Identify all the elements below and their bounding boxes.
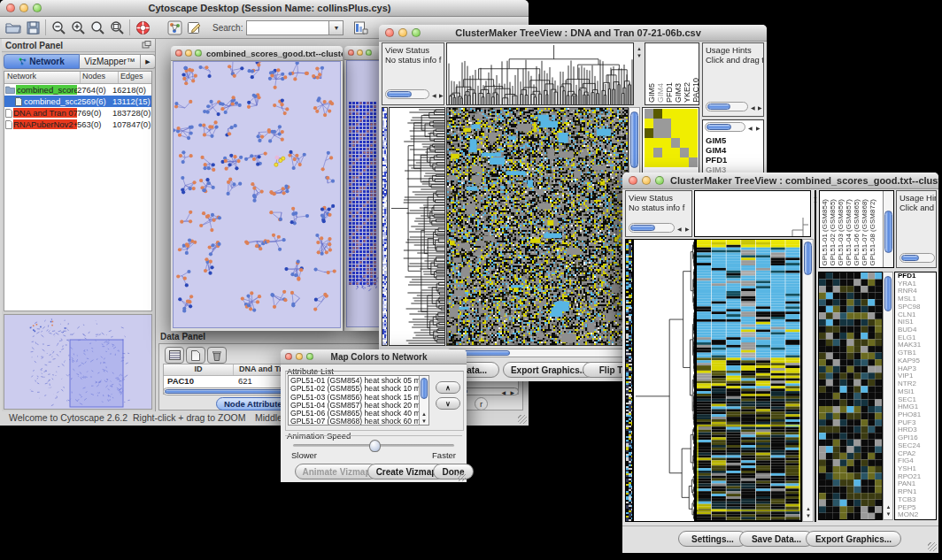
data-col-id[interactable]: ID [164,364,234,375]
col-label[interactable]: GIM4 [656,83,665,103]
col-label[interactable]: GPL51-07 (GSM868) [861,199,869,266]
animate-vizmap-button[interactable]: Animate Vizmap [295,464,378,479]
slider-thumb[interactable] [369,440,381,452]
scrollbar-thumb[interactable] [706,124,731,130]
network-row[interactable]: DNA and Tran 07 769(0) 183728(0) [4,107,151,119]
scroll-down-icon[interactable]: ▼ [421,418,427,424]
grid-network-canvas[interactable] [347,61,382,326]
network-canvas[interactable] [174,62,340,327]
col-label[interactable]: GPL51-01 (GSM854) [821,199,829,266]
col-header-edges[interactable]: Edges [119,72,151,83]
scroll-right-icon[interactable]: ▶ [510,390,514,395]
tv2-export-graphics-button[interactable]: Export Graphics... [806,531,901,547]
save-icon[interactable] [23,19,42,36]
zoom-window-icon[interactable] [306,353,313,360]
tv1-status-scrollbar[interactable] [385,89,429,99]
zoom-selected-icon[interactable] [107,19,127,36]
table-mode-icon[interactable] [165,347,184,364]
resize-grip[interactable] [457,472,466,481]
search-dropdown-arrow[interactable]: ▼ [329,20,344,35]
zoom-in-icon[interactable] [68,19,88,36]
search-input[interactable] [246,20,329,35]
scrollbar-thumb[interactable] [387,91,412,97]
scrollbar-thumb[interactable] [421,378,428,399]
resize-grip[interactable] [928,542,937,551]
scroll-down-icon[interactable]: ▼ [886,511,892,517]
tv2-settings-button[interactable]: Settings... [678,531,747,547]
new-attribute-icon[interactable] [186,347,205,364]
scroll-right-icon[interactable]: ▶ [756,126,761,131]
zoom-window-icon[interactable] [195,50,202,57]
scroll-up-icon[interactable]: ▲ [886,504,892,510]
tv2-usage-scrollbar[interactable] [900,253,935,263]
tv1-global-strip[interactable] [382,107,388,346]
network-tools-icon[interactable] [165,19,184,36]
scrollbar-thumb[interactable] [884,276,892,311]
col-label[interactable]: GPL51-04 (GSM857) [845,199,853,266]
tv1-column-dendrogram[interactable] [446,42,634,105]
network-overview[interactable] [4,314,152,410]
scroll-right-icon[interactable]: ▶ [439,93,444,98]
scroll-left-icon[interactable]: ◀ [432,93,436,98]
tab-network[interactable]: Network [4,54,80,69]
col-header-nodes[interactable]: Nodes [81,72,119,83]
attribute-browser-icon[interactable] [351,19,370,36]
overview-thumbnail[interactable] [4,315,151,409]
col-label[interactable]: GIM5 [647,83,656,103]
annotation-icon[interactable] [184,19,204,36]
network-row[interactable]: combined_scores 2764(0) 16218(0) [4,84,151,96]
scroll-down-icon[interactable]: ▼ [637,53,642,58]
zoom-window-icon[interactable] [412,28,421,37]
zoom-window-icon[interactable] [33,4,42,12]
open-folder-icon[interactable] [4,19,23,36]
tv2-global-strip[interactable] [625,239,633,522]
scrollbar-thumb[interactable] [630,225,655,231]
close-icon[interactable] [629,176,637,185]
attribute-list-vscrollbar[interactable]: ▲ ▼ [419,376,429,425]
tv2-zoom-heatmap[interactable] [818,272,883,520]
close-icon[interactable] [348,50,354,56]
scroll-up-icon[interactable]: ▲ [806,506,811,511]
close-icon[interactable] [6,4,15,12]
minimize-icon[interactable] [398,28,407,37]
tv1-usage-scrollbar[interactable] [706,102,748,111]
col-label[interactable]: YKE2 [683,82,691,103]
minimize-icon[interactable] [19,4,28,12]
gene-label[interactable]: GIM5 [706,135,732,145]
tv2-labels-vscrollbar[interactable] [883,191,893,267]
main-titlebar[interactable]: Cytoscape Desktop (Session Name: collins… [0,0,529,17]
tv2-column-tree-area[interactable] [694,190,811,237]
zoom-fit-icon[interactable] [88,19,107,36]
tv2-heatmap[interactable] [695,239,802,522]
scroll-right-icon[interactable]: ▶ [685,226,690,232]
tv1-heatmap[interactable] [446,107,629,346]
scrollbar-thumb[interactable] [901,255,919,261]
col-label[interactable]: PFD1 [665,82,674,103]
tv2-save-data-button[interactable]: Save Data... [739,531,814,547]
scroll-down-icon[interactable]: ▼ [806,513,811,518]
help-lifering-icon[interactable] [133,19,152,36]
scroll-right-icon[interactable]: ▶ [758,105,762,111]
scrollbar-thumb[interactable] [630,111,638,168]
col-label[interactable]: GPL51-03 (GSM856) [837,199,845,266]
scroll-left-icon[interactable]: ◀ [751,105,755,111]
col-label[interactable]: GPL51-02 (GSM855) [829,199,837,266]
tv1-export-graphics-button[interactable]: Export Graphics... [503,362,595,378]
tab-vizmapper[interactable]: VizMapper™ [80,54,141,69]
tab-overflow-button[interactable]: ▶ [141,54,156,69]
minimize-icon[interactable] [357,50,363,56]
speed-slider[interactable] [293,444,454,447]
zoom-window-icon[interactable] [655,176,664,185]
float-panel-icon[interactable] [142,37,151,53]
col-label[interactable]: GPL51-08 (GSM872) [869,199,876,266]
done-button[interactable]: Done [433,464,474,479]
tv2-vscrollbar[interactable]: ▲ ▼ [802,239,814,522]
minimize-icon[interactable] [185,50,192,57]
gene-label[interactable]: MON2 [895,511,936,519]
zoom-window-icon[interactable] [366,50,372,56]
scrollbar-thumb[interactable] [707,104,730,110]
gene-label[interactable]: PFD1 [706,155,732,165]
scrollbar-thumb[interactable] [884,211,892,253]
attribute-item[interactable]: GPL51-07 (GSM868) heat shock 60 min [290,418,429,426]
scroll-up-icon[interactable]: ▲ [421,411,427,417]
